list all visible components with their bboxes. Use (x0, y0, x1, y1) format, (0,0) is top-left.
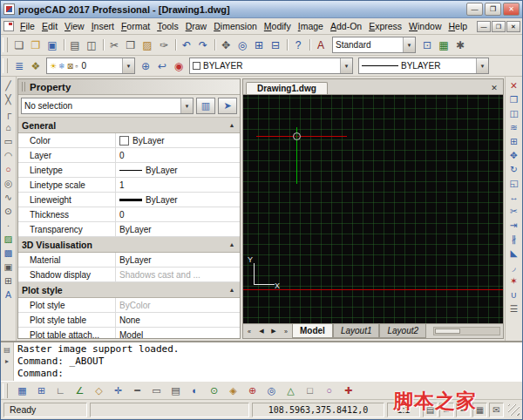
help-icon[interactable]: ? (290, 37, 306, 53)
tab-model[interactable]: Model (292, 324, 333, 338)
circle-marker-entity[interactable] (293, 132, 301, 140)
line-icon[interactable]: ╱ (1, 78, 16, 92)
ortho-toggle-icon[interactable]: ∟ (53, 383, 68, 398)
status-lineweight-icon[interactable]: ━ (456, 403, 471, 417)
resize-grip[interactable] (508, 404, 520, 416)
point-icon[interactable]: ∙ (1, 218, 16, 232)
chamfer-icon[interactable]: ◣ (506, 246, 521, 260)
menu-draw[interactable]: Draw (182, 19, 211, 33)
gradient-icon[interactable]: ▩ (1, 246, 16, 260)
osnap-toggle-icon[interactable]: ◇ (92, 383, 106, 398)
command-history-icon[interactable]: ▤ (2, 344, 13, 355)
mdi-minimize-button[interactable]: — (477, 21, 491, 32)
chevron-down-icon[interactable]: ▼ (340, 58, 352, 73)
row-transparency[interactable]: Transparency ByLayer (18, 222, 240, 237)
tab-layout2[interactable]: Layout2 (379, 324, 426, 338)
minimize-button[interactable]: — (466, 3, 483, 16)
insert-snap-icon[interactable]: ✚ (341, 383, 356, 398)
circle-icon[interactable]: ○ (1, 162, 16, 176)
menu-view[interactable]: View (61, 19, 88, 33)
lineweight-toggle-icon[interactable]: ━ (130, 383, 145, 398)
menu-help[interactable]: Help (445, 19, 471, 33)
status-mail-icon[interactable]: ✉ (489, 403, 504, 417)
menu-addon[interactable]: Add-On (327, 19, 365, 33)
row-plot-style[interactable]: Plot style ByColor (18, 298, 240, 313)
extend-icon[interactable]: ⇥ (506, 218, 521, 232)
section-general[interactable]: General ▲ (18, 118, 240, 133)
first-layout-button[interactable]: « (243, 324, 255, 338)
row-layer[interactable]: Layer 0 (18, 148, 240, 163)
polygon-icon[interactable]: ⌂ (1, 120, 16, 134)
document-tab[interactable]: Drawing1.dwg (246, 82, 328, 94)
paste-icon[interactable]: ▨ (139, 37, 155, 53)
zoom-window-icon[interactable]: ⊞ (251, 37, 267, 53)
close-icon[interactable]: ✕ (488, 84, 500, 94)
endpoint-snap-icon[interactable]: □ (302, 383, 317, 398)
horizontal-scrollbar[interactable] (433, 327, 500, 335)
menu-modify[interactable]: Modify (261, 19, 295, 33)
entity-style-combo[interactable]: Standard ▼ (332, 37, 416, 53)
separator[interactable] (307, 37, 312, 53)
menu-edit[interactable]: Edit (38, 19, 61, 33)
menu-insert[interactable]: Insert (88, 19, 118, 33)
command-input-area[interactable]: Raster image support loaded.Command: _AB… (14, 342, 522, 381)
move-icon[interactable]: ✥ (506, 148, 521, 162)
layer-previous-icon[interactable]: ↩ (154, 58, 170, 74)
mdi-restore-button[interactable]: ❐ (492, 21, 506, 32)
cut-icon[interactable]: ✂ (106, 37, 122, 53)
node-snap-icon[interactable]: ◎ (264, 383, 279, 398)
command-prompt-icon[interactable]: ▸ (2, 356, 13, 366)
menu-tools[interactable]: Tools (153, 19, 182, 33)
section-3d-visualisation[interactable]: 3D Visualisation ▲ (18, 237, 240, 253)
separator[interactable] (173, 37, 178, 53)
polyline-icon[interactable]: ┌ (1, 106, 16, 120)
quick-select-icon[interactable]: ➤ (218, 98, 237, 114)
tab-layout1[interactable]: Layout1 (333, 324, 380, 338)
fillet-icon[interactable]: ◞ (506, 260, 521, 274)
status-snap-icon[interactable]: ▦ (472, 403, 487, 417)
trim-icon[interactable]: ✂ (506, 204, 521, 218)
separator[interactable] (212, 37, 217, 53)
pan-icon[interactable]: ✥ (218, 37, 234, 53)
zoom-realtime-icon[interactable]: ◎ (234, 37, 250, 53)
toolbars-icon[interactable]: ▦ (436, 37, 452, 53)
chevron-down-icon[interactable]: ▼ (476, 58, 488, 73)
menu-dimension[interactable]: Dimension (210, 19, 261, 33)
separator[interactable] (100, 37, 105, 53)
layer-combo[interactable]: ☀❄⊠▫ 0 ▼ (46, 58, 135, 74)
grid-toggle-icon[interactable]: ⊞ (34, 383, 49, 398)
intersection-snap-icon[interactable]: ⊕ (245, 383, 260, 398)
toggle-pickadd-icon[interactable]: ▥ (196, 98, 215, 114)
menu-format[interactable]: Format (118, 19, 153, 33)
menu-express[interactable]: Express (365, 19, 405, 33)
next-layout-button[interactable]: ▶ (268, 324, 280, 338)
status-coordinates[interactable]: 108.5963,375.8412,0 (252, 403, 384, 417)
separator[interactable] (61, 37, 66, 53)
otrack-toggle-icon[interactable]: ✛ (111, 383, 126, 398)
table-icon[interactable]: ⊞ (1, 274, 16, 288)
font-explorer-icon[interactable]: A (313, 37, 329, 53)
layer-states-icon[interactable]: ❖ (28, 58, 44, 74)
ellipse-icon[interactable]: ⊙ (1, 204, 16, 218)
rectangle-icon[interactable]: ▭ (1, 134, 16, 148)
spline-icon[interactable]: ∿ (1, 190, 16, 204)
row-linetype-scale[interactable]: Linetype scale 1 (18, 178, 240, 193)
snap-toggle-icon[interactable]: ▦ (15, 383, 30, 398)
mirror-icon[interactable]: ◫ (506, 106, 521, 120)
row-shadow-display[interactable]: Shadow display Shadows cast and ... (18, 268, 240, 282)
midpoint-snap-icon[interactable]: △ (283, 383, 298, 398)
design-center-icon[interactable]: ⊡ (419, 37, 435, 53)
open-file-icon[interactable]: ❐ (28, 37, 44, 53)
offset-icon[interactable]: ≋ (506, 120, 521, 134)
menu-image[interactable]: Image (295, 19, 327, 33)
shade-mode-icon[interactable]: ◐ (187, 383, 202, 398)
options-icon[interactable]: ✱ (452, 37, 468, 53)
set-layer-by-entity-icon[interactable]: ⊕ (138, 58, 153, 74)
separator[interactable] (284, 37, 289, 53)
selection-combo[interactable]: No selection ▼ (21, 98, 194, 114)
quadrant-snap-icon[interactable]: ◈ (226, 383, 241, 398)
undo-icon[interactable]: ↶ (179, 37, 194, 53)
status-scale[interactable]: 1:1 (387, 403, 420, 417)
hatch-icon[interactable]: ▨ (1, 232, 16, 246)
section-plot-style[interactable]: Plot style ▲ (18, 282, 240, 298)
